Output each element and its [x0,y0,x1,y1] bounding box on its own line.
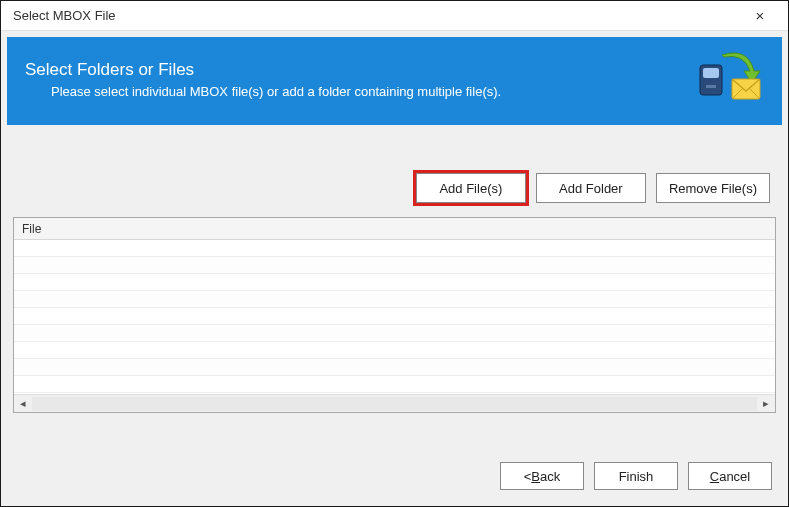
file-list-body[interactable] [14,240,775,394]
back-mnemonic: B [531,469,540,484]
titlebar: Select MBOX File × [1,1,788,31]
list-item [14,376,775,393]
remove-files-button[interactable]: Remove File(s) [656,173,770,203]
svg-rect-2 [706,85,716,88]
list-item [14,257,775,274]
scroll-right-icon[interactable]: ▸ [757,395,775,413]
content-area: Add File(s) Add Folder Remove File(s) Fi… [1,125,788,444]
close-icon[interactable]: × [740,2,780,30]
cancel-rest: ancel [719,469,750,484]
banner-title: Select Folders or Files [25,60,696,80]
back-button[interactable]: <Back [500,462,584,490]
dialog-window: Select MBOX File × Select Folders or Fil… [0,0,789,507]
wizard-nav-row: <Back Finish Cancel [1,444,788,506]
file-list: File ◂ ▸ [13,217,776,413]
finish-button[interactable]: Finish [594,462,678,490]
list-item [14,274,775,291]
cancel-mnemonic: C [710,469,719,484]
list-item [14,342,775,359]
banner-subtitle: Please select individual MBOX file(s) or… [25,84,696,99]
back-chevron-icon: < [524,469,532,484]
list-item [14,308,775,325]
banner-text: Select Folders or Files Please select in… [25,60,696,99]
svg-rect-1 [703,68,719,78]
list-item [14,325,775,342]
list-item [14,359,775,376]
list-item [14,240,775,257]
window-title: Select MBOX File [13,8,740,23]
scroll-left-icon[interactable]: ◂ [14,395,32,413]
scroll-track[interactable] [32,397,757,411]
back-rest: ack [540,469,560,484]
horizontal-scrollbar[interactable]: ◂ ▸ [14,394,775,412]
banner: Select Folders or Files Please select in… [7,37,782,125]
list-item [14,291,775,308]
add-files-button[interactable]: Add File(s) [416,173,526,203]
add-folder-button[interactable]: Add Folder [536,173,646,203]
cancel-button[interactable]: Cancel [688,462,772,490]
mailbox-envelope-icon [696,51,764,107]
action-button-row: Add File(s) Add Folder Remove File(s) [13,173,770,203]
file-list-header[interactable]: File [14,218,775,240]
